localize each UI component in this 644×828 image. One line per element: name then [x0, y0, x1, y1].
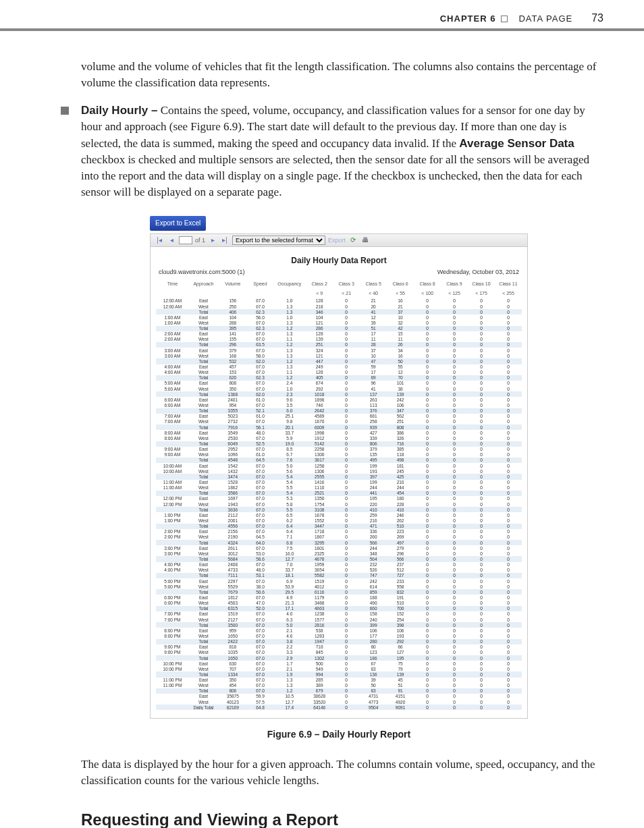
table-cell: West [189, 452, 218, 458]
table-row: 9:00 AMEast295267.08.5225803793850000 [156, 447, 522, 452]
next-page-icon[interactable]: ▸ [208, 236, 217, 245]
table-cell: East [189, 480, 218, 485]
table-cell: 67.0 [247, 381, 273, 386]
table-cell: 1:00 AM [156, 320, 189, 325]
table-cell: 0 [333, 694, 360, 699]
table-cell: 6.5 [273, 512, 306, 518]
table-cell: 11:00 AM [156, 480, 189, 485]
table-cell: 427 [360, 430, 387, 435]
table-cell: 0 [414, 435, 441, 441]
table-cell: 716 [387, 441, 414, 447]
table-cell: 0 [414, 678, 441, 683]
table-cell [156, 326, 189, 331]
table-row: 5:00 PMWest552938.053.9401206145580000 [156, 584, 522, 589]
last-page-icon[interactable]: ▸| [220, 236, 230, 245]
table-cell: 832 [387, 589, 414, 595]
table-cell: 6.4 [273, 524, 306, 529]
chapter-title: DATA PAGE [518, 13, 572, 24]
table-cell: Total [189, 441, 218, 447]
table-cell: East [189, 298, 218, 304]
table-cell: 57.5 [247, 699, 273, 705]
export-format-select[interactable]: Export to the selected format [232, 236, 325, 245]
intro-paragraph: volume and the volume of vehicles that f… [81, 59, 597, 91]
table-cell: 67.0 [247, 562, 273, 568]
table-cell: 1:00 PM [156, 518, 189, 523]
table-cell: 0 [468, 364, 495, 370]
table-cell: 0 [333, 364, 360, 370]
table-cell: 0 [441, 534, 468, 540]
table-cell: 6.3 [273, 617, 306, 622]
table-cell: 51 [387, 683, 414, 688]
table-cell: 59.9 [247, 694, 273, 699]
table-cell: East [189, 463, 218, 468]
print-icon[interactable]: 🖶 [360, 236, 370, 245]
table-cell: 67.0 [247, 337, 273, 342]
table-cell: 0 [468, 447, 495, 452]
table-cell: 3.5 [273, 403, 306, 408]
table-cell: 425 [387, 474, 414, 479]
export-to-excel-button[interactable]: Export to Excel [150, 216, 206, 231]
table-cell: 0 [414, 452, 441, 458]
table-cell: 0 [414, 628, 441, 633]
table-cell: 118 [387, 452, 414, 458]
table-cell: 0 [495, 622, 522, 628]
table-cell: 0 [468, 386, 495, 391]
table-row: 5:00 AMWest35067.01.0292041380000 [156, 386, 522, 391]
table-cell: 1.0 [273, 314, 306, 320]
table-cell: 0 [495, 474, 522, 479]
table-row: Total133467.01.999401361390000 [156, 671, 522, 677]
table-threshold-cell: < 21 [333, 289, 360, 298]
table-cell: 0 [495, 633, 522, 638]
table-cell: Total [189, 671, 218, 677]
table-cell: 58.0 [247, 353, 273, 358]
table-cell: 806 [218, 688, 247, 694]
table-cell: 0 [333, 666, 360, 671]
table-cell: Total [189, 309, 218, 314]
table-cell: 53.1 [247, 573, 273, 578]
table-cell: 67.0 [247, 545, 273, 551]
table-row: Total80667.01.2679083910000 [156, 688, 522, 694]
table-cell: 0 [414, 496, 441, 501]
table-cell: 61.0 [247, 397, 273, 402]
table-cell: East [189, 430, 218, 435]
table-cell: 5.3 [273, 496, 306, 501]
prev-page-icon[interactable]: ◂ [167, 236, 176, 245]
table-cell: 0 [468, 353, 495, 358]
table-cell: 0 [441, 408, 468, 414]
table-cell: 0 [495, 485, 522, 491]
table-cell: 0 [414, 463, 441, 468]
table-row: Total40662.31.3346041370000 [156, 309, 522, 314]
table-cell: 0 [468, 556, 495, 561]
page-input[interactable] [179, 236, 192, 244]
table-cell: 0 [414, 414, 441, 419]
table-cell: 53.9 [273, 584, 306, 589]
table-cell: 0 [333, 512, 360, 518]
table-cell: 1912 [306, 435, 333, 441]
table-cell: 91 [387, 688, 414, 694]
table-row: 8:00 AMEast354948.033.7199804273860000 [156, 430, 522, 435]
table-cell: 0 [414, 447, 441, 452]
table-cell: 0 [414, 573, 441, 578]
table-cell: 0 [333, 397, 360, 402]
table-cell: 0 [414, 309, 441, 314]
table-cell: 1519 [306, 578, 333, 584]
table-cell: 2112 [218, 512, 247, 518]
refresh-icon[interactable]: ⟳ [348, 236, 358, 245]
first-page-icon[interactable]: |◂ [155, 236, 164, 245]
table-cell: West [189, 683, 218, 688]
table-cell: 350 [218, 386, 247, 391]
table-cell: 1.9 [273, 671, 306, 677]
table-cell: 0 [441, 419, 468, 424]
table-cell: 37 [360, 348, 387, 353]
table-cell: 16 [387, 298, 414, 304]
table-cell: 1898 [306, 397, 333, 402]
table-cell: 441 [360, 491, 387, 496]
table-cell: 0 [495, 370, 522, 375]
table-cell: 89 [360, 375, 387, 381]
table-cell: 0 [441, 474, 468, 479]
figure-caption: Figure 6.9 – Daily Hourly Report [81, 728, 597, 742]
table-cell: 566 [360, 540, 387, 545]
export-link[interactable]: Export [328, 236, 346, 245]
table-cell: 0 [468, 699, 495, 705]
table-cell: 0 [414, 419, 441, 424]
